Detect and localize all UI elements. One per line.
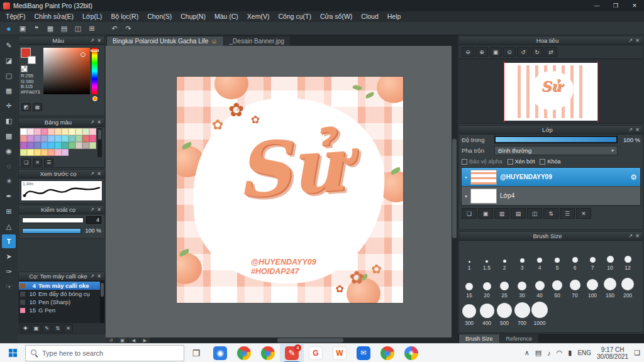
panel-close-icon[interactable]: ✕: [634, 37, 641, 44]
palette-swatch[interactable]: [75, 128, 82, 135]
grid-icon[interactable]: ▦: [44, 23, 57, 34]
palette-swatch[interactable]: [48, 149, 55, 156]
network-icon[interactable]: ◠: [557, 349, 563, 357]
restore-button[interactable]: ❐: [606, 0, 625, 11]
palette-swatch[interactable]: [69, 135, 75, 142]
gear-icon[interactable]: ⚙: [630, 173, 637, 182]
palette-swatch[interactable]: [62, 135, 69, 142]
menu-item[interactable]: Cửa sổ(W): [316, 11, 357, 22]
scroll-left-button[interactable]: ◀: [128, 337, 140, 343]
panel-popout-icon[interactable]: ↗: [89, 119, 96, 126]
document-tab-2[interactable]: _Desain Banner.jpg: [224, 36, 290, 46]
v-scroll-thumb[interactable]: [452, 139, 457, 238]
rotate-left-icon[interactable]: ↺: [517, 47, 530, 57]
brush-tool[interactable]: ✎: [2, 38, 16, 52]
swatch-mode-button[interactable]: ▦: [33, 103, 42, 111]
layer-row-2[interactable]: ● Lớp4: [462, 187, 640, 206]
palette-swatch[interactable]: [20, 149, 27, 156]
hue-slider[interactable]: [92, 48, 97, 94]
brush-size-cell[interactable]: 2: [496, 243, 513, 271]
palette-menu-button[interactable]: ☰: [44, 158, 53, 167]
palette-swatch[interactable]: [62, 149, 69, 156]
minimize-button[interactable]: —: [587, 0, 606, 11]
menu-item[interactable]: Chụp(N): [176, 11, 210, 22]
eraser-tool[interactable]: ◪: [2, 53, 16, 67]
transparent-color-swatch[interactable]: [21, 65, 28, 72]
zoom-in-icon[interactable]: ⊕: [475, 47, 488, 57]
palette-swatch[interactable]: [20, 142, 27, 149]
palette-swatch[interactable]: [27, 149, 34, 156]
panel-popout-icon[interactable]: ↗: [89, 170, 96, 177]
palette-swatch[interactable]: [55, 142, 62, 149]
palette-scrollbar[interactable]: [97, 128, 102, 157]
gradient-tool[interactable]: ▩: [2, 129, 16, 143]
operation-tool[interactable]: ➤: [2, 250, 16, 263]
transparency-select-tool[interactable]: ▦: [2, 84, 16, 97]
palette-swatch[interactable]: [34, 149, 41, 156]
layer-opacity-slider[interactable]: [494, 136, 618, 143]
brush-size-cell[interactable]: 300: [460, 299, 478, 326]
palette-swatch[interactable]: [34, 142, 41, 149]
flip-icon[interactable]: ⇄: [545, 47, 557, 57]
palette-swatch[interactable]: [82, 135, 89, 142]
brush-size-cell[interactable]: 15: [460, 271, 478, 299]
scroll-right-button[interactable]: ▶: [140, 337, 151, 343]
blend-mode-select[interactable]: Bình thường ▾: [494, 146, 618, 155]
palette-swatch[interactable]: [20, 128, 27, 135]
palette-swatch[interactable]: [41, 135, 48, 142]
panel-close-icon[interactable]: ✕: [634, 126, 641, 133]
Tem mày calli oke[interactable]: 4 Tem mày calli oke: [19, 282, 100, 290]
layer-menu-button[interactable]: ☰: [560, 208, 575, 219]
palette-swatch[interactable]: [27, 128, 34, 135]
palette-swatch[interactable]: [69, 128, 75, 135]
eye-icon[interactable]: ●: [462, 175, 470, 179]
palette-swatch[interactable]: [41, 142, 48, 149]
brush-opacity-slider[interactable]: [22, 228, 81, 234]
brush-size-cell[interactable]: 1.5: [478, 243, 496, 271]
rotate-view-left-button[interactable]: ↺: [106, 337, 117, 343]
brush-size-cell[interactable]: 500: [496, 299, 513, 326]
panel-close-icon[interactable]: ✕: [96, 206, 103, 213]
menu-item[interactable]: Help: [383, 11, 406, 22]
comment-icon[interactable]: ❝: [30, 23, 43, 34]
palette-swatch[interactable]: [75, 135, 82, 142]
palette-swatch[interactable]: [82, 142, 89, 149]
color-cursor[interactable]: [80, 52, 86, 57]
canvas-surface[interactable]: ✿ ✿ ✿ ✿ ✿ ✿ Sử @HUYENDAYY09 #HOIDAP247: [106, 46, 452, 337]
palette-swatch[interactable]: [20, 135, 27, 142]
taskbar-clock[interactable]: 9:17 CH 30/08/2021: [597, 346, 628, 360]
saturation-value-picker[interactable]: [43, 48, 90, 94]
panel-popout-icon[interactable]: ↗: [89, 206, 96, 213]
notification-center-icon[interactable]: ❏: [634, 349, 640, 357]
photos-app-icon[interactable]: ❀: [399, 344, 423, 362]
panel-close-icon[interactable]: ✕: [96, 273, 103, 280]
select-tool[interactable]: ▢: [2, 69, 16, 82]
hand-tool[interactable]: ☞: [2, 280, 16, 293]
brush-size-cell[interactable]: 5: [548, 243, 566, 271]
palette-swatch[interactable]: [34, 128, 41, 135]
menu-item[interactable]: Tệp(F): [1, 11, 30, 22]
tab-brush-size[interactable]: Brush Size: [459, 334, 499, 343]
undo-icon[interactable]: ↶: [108, 23, 121, 34]
brush-folder-button[interactable]: ▣: [31, 324, 41, 332]
palette-swatch[interactable]: [41, 128, 48, 135]
transfer-layer-button[interactable]: ▤: [511, 208, 526, 219]
panel-close-icon[interactable]: ✕: [96, 37, 103, 44]
brush-size-cell[interactable]: 6: [566, 243, 584, 271]
search-input[interactable]: [42, 349, 179, 357]
main-color-icon[interactable]: ●: [3, 23, 15, 34]
brush-size-cell[interactable]: 40: [531, 271, 548, 299]
panel-popout-icon[interactable]: ↗: [627, 233, 634, 239]
palette-swatch[interactable]: [89, 135, 96, 142]
layer-row-1[interactable]: ● @HUYENDAYY09 ⚙: [462, 168, 640, 187]
add-layer-button[interactable]: ❏: [462, 208, 477, 219]
edit-brush-button[interactable]: ✎: [42, 324, 52, 332]
duplicate-layer-button[interactable]: ▥: [494, 208, 509, 219]
rotate-right-icon[interactable]: ↻: [531, 47, 543, 57]
brush-size-cell[interactable]: 30: [513, 271, 531, 299]
palette-swatch[interactable]: [48, 135, 55, 142]
panel-popout-icon[interactable]: ↗: [89, 273, 96, 280]
actual-size-icon[interactable]: ⊙: [503, 47, 516, 57]
menu-item[interactable]: Màu (C): [210, 11, 243, 22]
Pen (Sharp)[interactable]: 10 Pen (Sharp): [19, 298, 100, 306]
